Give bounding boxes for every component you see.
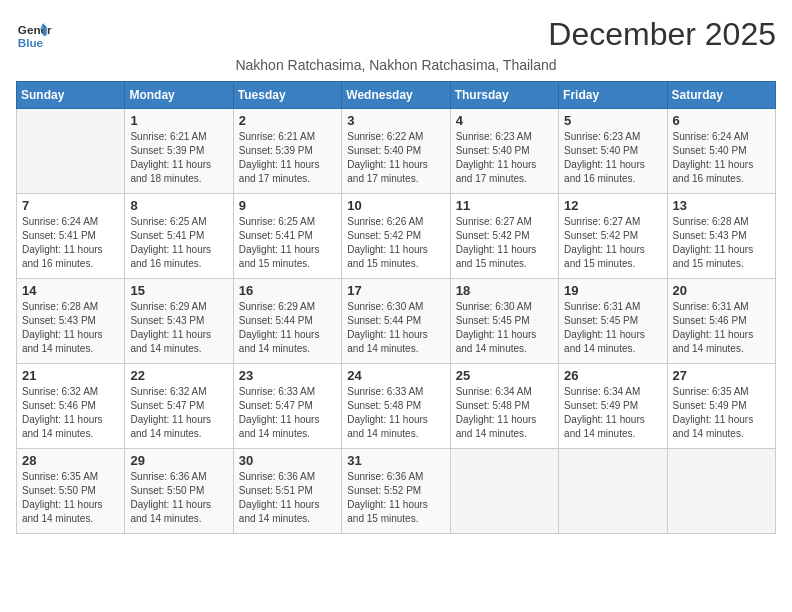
calendar-cell: 19Sunrise: 6:31 AM Sunset: 5:45 PM Dayli… — [559, 279, 667, 364]
day-number: 27 — [673, 368, 770, 383]
title-block: December 2025 — [548, 16, 776, 53]
calendar-cell — [17, 109, 125, 194]
calendar-cell: 4Sunrise: 6:23 AM Sunset: 5:40 PM Daylig… — [450, 109, 558, 194]
calendar-cell: 28Sunrise: 6:35 AM Sunset: 5:50 PM Dayli… — [17, 449, 125, 534]
calendar-cell: 6Sunrise: 6:24 AM Sunset: 5:40 PM Daylig… — [667, 109, 775, 194]
week-row-5: 28Sunrise: 6:35 AM Sunset: 5:50 PM Dayli… — [17, 449, 776, 534]
cell-info: Sunrise: 6:34 AM Sunset: 5:49 PM Dayligh… — [564, 385, 661, 441]
calendar-cell: 21Sunrise: 6:32 AM Sunset: 5:46 PM Dayli… — [17, 364, 125, 449]
calendar-header: SundayMondayTuesdayWednesdayThursdayFrid… — [17, 82, 776, 109]
cell-info: Sunrise: 6:34 AM Sunset: 5:48 PM Dayligh… — [456, 385, 553, 441]
cell-info: Sunrise: 6:32 AM Sunset: 5:47 PM Dayligh… — [130, 385, 227, 441]
day-number: 30 — [239, 453, 336, 468]
day-number: 5 — [564, 113, 661, 128]
calendar-cell — [667, 449, 775, 534]
cell-info: Sunrise: 6:30 AM Sunset: 5:45 PM Dayligh… — [456, 300, 553, 356]
calendar-cell: 14Sunrise: 6:28 AM Sunset: 5:43 PM Dayli… — [17, 279, 125, 364]
cell-info: Sunrise: 6:35 AM Sunset: 5:49 PM Dayligh… — [673, 385, 770, 441]
cell-info: Sunrise: 6:33 AM Sunset: 5:48 PM Dayligh… — [347, 385, 444, 441]
month-title: December 2025 — [548, 16, 776, 53]
day-number: 8 — [130, 198, 227, 213]
day-number: 17 — [347, 283, 444, 298]
col-header-saturday: Saturday — [667, 82, 775, 109]
day-number: 21 — [22, 368, 119, 383]
calendar-cell: 17Sunrise: 6:30 AM Sunset: 5:44 PM Dayli… — [342, 279, 450, 364]
col-header-friday: Friday — [559, 82, 667, 109]
calendar-cell: 8Sunrise: 6:25 AM Sunset: 5:41 PM Daylig… — [125, 194, 233, 279]
day-number: 6 — [673, 113, 770, 128]
calendar-cell: 23Sunrise: 6:33 AM Sunset: 5:47 PM Dayli… — [233, 364, 341, 449]
day-number: 15 — [130, 283, 227, 298]
cell-info: Sunrise: 6:33 AM Sunset: 5:47 PM Dayligh… — [239, 385, 336, 441]
cell-info: Sunrise: 6:36 AM Sunset: 5:50 PM Dayligh… — [130, 470, 227, 526]
cell-info: Sunrise: 6:23 AM Sunset: 5:40 PM Dayligh… — [564, 130, 661, 186]
day-number: 14 — [22, 283, 119, 298]
day-number: 12 — [564, 198, 661, 213]
cell-info: Sunrise: 6:28 AM Sunset: 5:43 PM Dayligh… — [22, 300, 119, 356]
calendar-cell: 9Sunrise: 6:25 AM Sunset: 5:41 PM Daylig… — [233, 194, 341, 279]
calendar-cell: 3Sunrise: 6:22 AM Sunset: 5:40 PM Daylig… — [342, 109, 450, 194]
cell-info: Sunrise: 6:21 AM Sunset: 5:39 PM Dayligh… — [130, 130, 227, 186]
col-header-sunday: Sunday — [17, 82, 125, 109]
calendar-cell: 22Sunrise: 6:32 AM Sunset: 5:47 PM Dayli… — [125, 364, 233, 449]
calendar-cell: 18Sunrise: 6:30 AM Sunset: 5:45 PM Dayli… — [450, 279, 558, 364]
cell-info: Sunrise: 6:32 AM Sunset: 5:46 PM Dayligh… — [22, 385, 119, 441]
svg-text:Blue: Blue — [18, 36, 44, 49]
day-number: 25 — [456, 368, 553, 383]
location-subtitle: Nakhon Ratchasima, Nakhon Ratchasima, Th… — [16, 57, 776, 73]
calendar-cell: 16Sunrise: 6:29 AM Sunset: 5:44 PM Dayli… — [233, 279, 341, 364]
cell-info: Sunrise: 6:27 AM Sunset: 5:42 PM Dayligh… — [564, 215, 661, 271]
day-number: 3 — [347, 113, 444, 128]
day-number: 13 — [673, 198, 770, 213]
col-header-wednesday: Wednesday — [342, 82, 450, 109]
day-number: 29 — [130, 453, 227, 468]
week-row-3: 14Sunrise: 6:28 AM Sunset: 5:43 PM Dayli… — [17, 279, 776, 364]
calendar-cell: 24Sunrise: 6:33 AM Sunset: 5:48 PM Dayli… — [342, 364, 450, 449]
week-row-2: 7Sunrise: 6:24 AM Sunset: 5:41 PM Daylig… — [17, 194, 776, 279]
day-number: 31 — [347, 453, 444, 468]
day-number: 18 — [456, 283, 553, 298]
cell-info: Sunrise: 6:21 AM Sunset: 5:39 PM Dayligh… — [239, 130, 336, 186]
day-number: 24 — [347, 368, 444, 383]
calendar-cell: 2Sunrise: 6:21 AM Sunset: 5:39 PM Daylig… — [233, 109, 341, 194]
day-number: 26 — [564, 368, 661, 383]
calendar-cell: 26Sunrise: 6:34 AM Sunset: 5:49 PM Dayli… — [559, 364, 667, 449]
cell-info: Sunrise: 6:30 AM Sunset: 5:44 PM Dayligh… — [347, 300, 444, 356]
page-header: General Blue December 2025 — [16, 16, 776, 53]
col-header-thursday: Thursday — [450, 82, 558, 109]
cell-info: Sunrise: 6:22 AM Sunset: 5:40 PM Dayligh… — [347, 130, 444, 186]
svg-text:General: General — [18, 23, 52, 36]
day-number: 22 — [130, 368, 227, 383]
cell-info: Sunrise: 6:27 AM Sunset: 5:42 PM Dayligh… — [456, 215, 553, 271]
day-number: 23 — [239, 368, 336, 383]
day-number: 11 — [456, 198, 553, 213]
week-row-4: 21Sunrise: 6:32 AM Sunset: 5:46 PM Dayli… — [17, 364, 776, 449]
calendar-cell: 20Sunrise: 6:31 AM Sunset: 5:46 PM Dayli… — [667, 279, 775, 364]
calendar-cell: 11Sunrise: 6:27 AM Sunset: 5:42 PM Dayli… — [450, 194, 558, 279]
calendar-cell: 27Sunrise: 6:35 AM Sunset: 5:49 PM Dayli… — [667, 364, 775, 449]
calendar-cell: 25Sunrise: 6:34 AM Sunset: 5:48 PM Dayli… — [450, 364, 558, 449]
week-row-1: 1Sunrise: 6:21 AM Sunset: 5:39 PM Daylig… — [17, 109, 776, 194]
cell-info: Sunrise: 6:24 AM Sunset: 5:41 PM Dayligh… — [22, 215, 119, 271]
calendar-cell: 12Sunrise: 6:27 AM Sunset: 5:42 PM Dayli… — [559, 194, 667, 279]
calendar-cell: 29Sunrise: 6:36 AM Sunset: 5:50 PM Dayli… — [125, 449, 233, 534]
cell-info: Sunrise: 6:25 AM Sunset: 5:41 PM Dayligh… — [130, 215, 227, 271]
day-number: 16 — [239, 283, 336, 298]
cell-info: Sunrise: 6:35 AM Sunset: 5:50 PM Dayligh… — [22, 470, 119, 526]
logo-icon: General Blue — [16, 16, 52, 52]
calendar-cell: 10Sunrise: 6:26 AM Sunset: 5:42 PM Dayli… — [342, 194, 450, 279]
calendar-cell: 31Sunrise: 6:36 AM Sunset: 5:52 PM Dayli… — [342, 449, 450, 534]
calendar-cell: 7Sunrise: 6:24 AM Sunset: 5:41 PM Daylig… — [17, 194, 125, 279]
day-number: 19 — [564, 283, 661, 298]
cell-info: Sunrise: 6:24 AM Sunset: 5:40 PM Dayligh… — [673, 130, 770, 186]
calendar-cell: 1Sunrise: 6:21 AM Sunset: 5:39 PM Daylig… — [125, 109, 233, 194]
calendar-cell: 5Sunrise: 6:23 AM Sunset: 5:40 PM Daylig… — [559, 109, 667, 194]
calendar-cell: 13Sunrise: 6:28 AM Sunset: 5:43 PM Dayli… — [667, 194, 775, 279]
calendar-cell: 15Sunrise: 6:29 AM Sunset: 5:43 PM Dayli… — [125, 279, 233, 364]
cell-info: Sunrise: 6:31 AM Sunset: 5:45 PM Dayligh… — [564, 300, 661, 356]
day-number: 10 — [347, 198, 444, 213]
calendar-table: SundayMondayTuesdayWednesdayThursdayFrid… — [16, 81, 776, 534]
cell-info: Sunrise: 6:29 AM Sunset: 5:43 PM Dayligh… — [130, 300, 227, 356]
cell-info: Sunrise: 6:29 AM Sunset: 5:44 PM Dayligh… — [239, 300, 336, 356]
day-number: 20 — [673, 283, 770, 298]
